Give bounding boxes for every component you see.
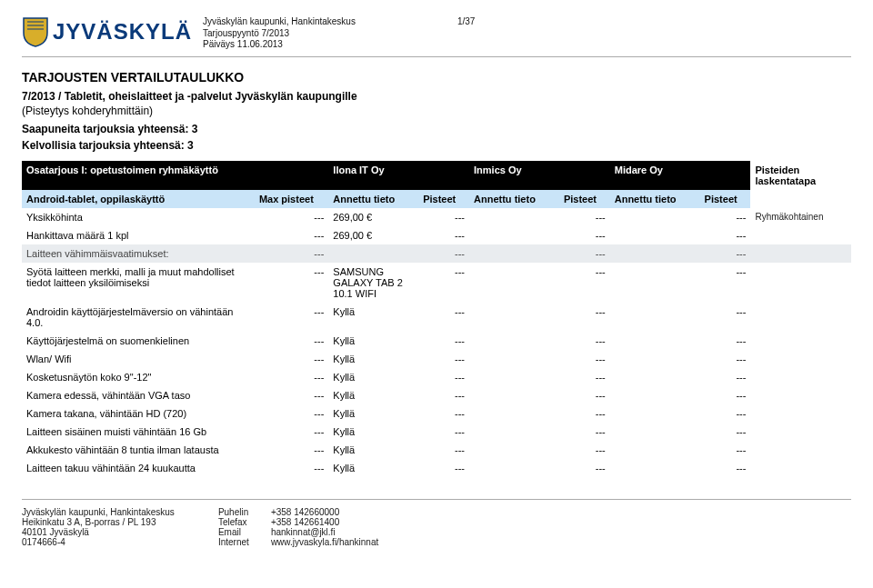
cell-v1a: Kyllä — [328, 303, 418, 332]
th-vendor-1: Ilona IT Oy — [328, 161, 469, 190]
cell-note — [750, 263, 851, 303]
cell-v2p: --- — [559, 441, 610, 459]
header-org: Jyväskylän kaupunki, Hankintakeskus — [203, 16, 356, 28]
cell-v2a — [469, 263, 559, 303]
cell-v3p: --- — [700, 350, 751, 368]
th-ann-1: Annettu tieto — [328, 190, 418, 208]
table-row: Hankittava määrä 1 kpl---269,00 €-------… — [22, 226, 851, 244]
cell-v1p: --- — [418, 350, 469, 368]
cell-v3p: --- — [700, 441, 751, 459]
footer-address: Jyväskylän kaupunki, HankintakeskusHeiki… — [22, 507, 175, 547]
cell-v2a — [469, 350, 559, 368]
table-row: Wlan/ Wifi---Kyllä--------- — [22, 350, 851, 368]
table-row: Akkukesto vähintään 8 tuntia ilman latau… — [22, 441, 851, 459]
cell-v1a: Kyllä — [328, 350, 418, 368]
page-footer: Jyväskylän kaupunki, HankintakeskusHeiki… — [22, 499, 851, 547]
th-pts-3: Pisteet — [700, 190, 751, 208]
cell-label: Androidin käyttöjärjestelmäversio on väh… — [22, 303, 255, 332]
table-row: Yksikköhinta---269,00 €---------Ryhmäkoh… — [22, 208, 851, 226]
cell-v3a — [610, 404, 700, 423]
cell-v1p: --- — [418, 423, 469, 441]
cell-max: --- — [255, 404, 328, 423]
cell-note — [750, 423, 851, 441]
cell-v1a: Kyllä — [328, 459, 418, 477]
brand-block: JYVÄSKYLÄ — [22, 16, 192, 47]
cell-v2p: --- — [559, 208, 610, 226]
cell-v1a: 269,00 € — [328, 208, 418, 226]
cell-max: --- — [255, 423, 328, 441]
cell-v2a — [469, 303, 559, 332]
cell-label: Kamera edessä, vähintään VGA taso — [22, 386, 255, 404]
cell-max: --- — [255, 332, 328, 350]
cell-note — [750, 226, 851, 244]
cell-note — [750, 386, 851, 404]
footer-contact-value: www.jyvaskyla.fi/hankinnat — [271, 537, 378, 547]
table-row: Käyttöjärjestelmä on suomenkielinen---Ky… — [22, 332, 851, 350]
footer-contact-key: Email — [218, 527, 262, 537]
header-request: Tarjouspyyntö 7/2013 — [203, 28, 356, 40]
footer-contact-value: +358 142661400 — [271, 517, 339, 527]
th-vendor-3: Midare Oy — [610, 161, 751, 190]
cell-note — [750, 404, 851, 423]
cell-note — [750, 368, 851, 386]
cell-label: Akkukesto vähintään 8 tuntia ilman latau… — [22, 441, 255, 459]
header-divider — [22, 56, 851, 57]
cell-v3p: --- — [700, 263, 751, 303]
cell-v3a — [610, 244, 700, 263]
cell-v1a: Kyllä — [328, 368, 418, 386]
cell-v3a — [610, 441, 700, 459]
cell-v2p: --- — [559, 423, 610, 441]
cell-v2p: --- — [559, 303, 610, 332]
table-row: Kamera edessä, vähintään VGA taso---Kyll… — [22, 386, 851, 404]
cell-v1p: --- — [418, 244, 469, 263]
th-product: Android-tablet, oppilaskäyttö — [22, 190, 255, 208]
cell-max: --- — [255, 303, 328, 332]
footer-contact-row: Telefax+358 142661400 — [218, 517, 378, 527]
th-vendor-2: Inmics Oy — [469, 161, 610, 190]
cell-note: Ryhmäkohtainen — [750, 208, 851, 226]
footer-address-line: Heikinkatu 3 A, B-porras / PL 193 — [22, 517, 175, 527]
cell-v3p: --- — [700, 459, 751, 477]
cell-max: --- — [255, 350, 328, 368]
cell-v3p: --- — [700, 226, 751, 244]
cell-v1p: --- — [418, 226, 469, 244]
valid-count: Kelvollisia tarjouksia yhteensä: 3 — [22, 139, 851, 152]
cell-v3a — [610, 332, 700, 350]
header-page-number: 1/37 — [457, 16, 475, 26]
cell-label: Yksikköhinta — [22, 208, 255, 226]
cell-label: Käyttöjärjestelmä on suomenkielinen — [22, 332, 255, 350]
cell-v2p: --- — [559, 263, 610, 303]
cell-v2a — [469, 332, 559, 350]
cell-v2a — [469, 423, 559, 441]
cell-v1p: --- — [418, 332, 469, 350]
cell-v1p: --- — [418, 404, 469, 423]
cell-note — [750, 459, 851, 477]
cell-v1a: Kyllä — [328, 423, 418, 441]
table-body: Yksikköhinta---269,00 €---------Ryhmäkoh… — [22, 208, 851, 477]
cell-v1a: Kyllä — [328, 441, 418, 459]
table-header-row-1: Osatarjous I: opetustoimen ryhmäkäyttö I… — [22, 161, 851, 190]
cell-v3p: --- — [700, 208, 751, 226]
table-header-row-2: Android-tablet, oppilaskäyttö Max pistee… — [22, 190, 851, 208]
th-blank — [750, 190, 851, 208]
footer-contact-value: hankinnat@jkl.fi — [271, 527, 336, 537]
cell-v3a — [610, 368, 700, 386]
header-meta: Jyväskylän kaupunki, Hankintakeskus Tarj… — [203, 16, 356, 51]
th-pts-1: Pisteet — [418, 190, 469, 208]
cell-max: --- — [255, 208, 328, 226]
cell-v2p: --- — [559, 332, 610, 350]
cell-v3p: --- — [700, 244, 751, 263]
cell-note — [750, 303, 851, 332]
cell-v3p: --- — [700, 423, 751, 441]
footer-contact-value: +358 142660000 — [271, 507, 339, 517]
cell-v1a — [328, 244, 418, 263]
cell-v1a: Kyllä — [328, 386, 418, 404]
th-calc: Pisteiden laskentatapa — [750, 161, 851, 190]
cell-v3p: --- — [700, 368, 751, 386]
cell-max: --- — [255, 226, 328, 244]
cell-label: Wlan/ Wifi — [22, 350, 255, 368]
cell-v3a — [610, 459, 700, 477]
cell-v3p: --- — [700, 303, 751, 332]
th-ann-2: Annettu tieto — [469, 190, 559, 208]
table-row: Androidin käyttöjärjestelmäversio on väh… — [22, 303, 851, 332]
